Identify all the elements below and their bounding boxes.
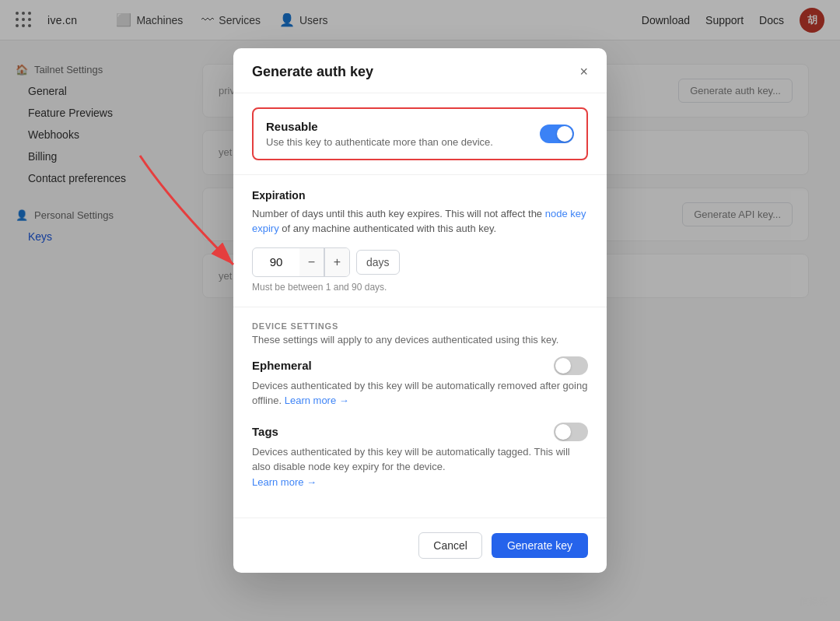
reusable-section: Reusable Use this key to authenticate mo…: [233, 93, 607, 175]
device-settings-desc: These settings will apply to any devices…: [252, 334, 588, 346]
generate-key-button[interactable]: Generate key: [492, 533, 588, 558]
modal-header: Generate auth key ×: [233, 48, 607, 93]
tags-toggle-knob: [555, 424, 571, 440]
modal-overlay[interactable]: Generate auth key × Reusable Use this ke…: [0, 0, 840, 621]
days-input-row: 90 − + days: [252, 247, 588, 277]
tags-setting: Tags Devices authenticated by this key w…: [252, 423, 588, 490]
expiration-desc-text: Number of days until this auth key expir…: [252, 208, 542, 219]
ephemeral-setting: Ephemeral Devices authenticated by this …: [252, 356, 588, 409]
reusable-toggle-knob: [557, 126, 572, 142]
expiration-title: Expiration: [252, 189, 588, 202]
tags-toggle-slider: [554, 423, 588, 441]
tags-desc-text: Devices authenticated by this key will b…: [252, 446, 570, 473]
days-value: 90: [253, 250, 299, 274]
expiration-section: Expiration Number of days until this aut…: [233, 175, 607, 307]
device-settings-title: DEVICE SETTINGS: [252, 321, 588, 331]
tags-label: Tags: [252, 425, 278, 438]
days-hint: Must be between 1 and 90 days.: [252, 282, 588, 293]
modal-title: Generate auth key: [252, 64, 373, 80]
ephemeral-toggle-slider: [554, 356, 588, 375]
reusable-left: Reusable Use this key to authenticate mo…: [266, 120, 493, 148]
reusable-description: Use this key to authenticate more than o…: [266, 136, 493, 148]
reusable-toggle[interactable]: [540, 125, 574, 143]
days-unit-label: days: [356, 250, 400, 275]
tags-description: Devices authenticated by this key will b…: [252, 444, 588, 490]
reusable-toggle-slider: [540, 125, 574, 143]
ephemeral-toggle[interactable]: [554, 356, 588, 375]
device-settings-section: DEVICE SETTINGS These settings will appl…: [233, 307, 607, 519]
expiration-desc-text3: of any machine authenticated with this a…: [282, 223, 496, 234]
watermark: 值得买: [800, 595, 828, 609]
modal-footer: Cancel Generate key: [233, 518, 607, 573]
days-plus-button[interactable]: +: [324, 248, 349, 276]
days-minus-button[interactable]: −: [299, 248, 324, 276]
tags-learn-more-link[interactable]: Learn more →: [252, 476, 317, 488]
cancel-button[interactable]: Cancel: [418, 532, 482, 559]
reusable-row: Reusable Use this key to authenticate mo…: [252, 107, 588, 160]
ephemeral-label: Ephemeral: [252, 359, 312, 372]
days-field: 90 − +: [252, 247, 350, 277]
tags-row-header: Tags: [252, 423, 588, 441]
modal-close-button[interactable]: ×: [579, 65, 588, 79]
ephemeral-learn-more-link[interactable]: Learn more →: [285, 395, 349, 406]
ephemeral-description: Devices authenticated by this key will b…: [252, 378, 588, 409]
expiration-description: Number of days until this auth key expir…: [252, 206, 588, 237]
ephemeral-row-header: Ephemeral: [252, 356, 588, 375]
tags-toggle[interactable]: [554, 423, 588, 441]
reusable-label: Reusable: [266, 120, 493, 133]
ephemeral-toggle-knob: [555, 358, 571, 374]
generate-auth-key-modal: Generate auth key × Reusable Use this ke…: [233, 48, 607, 574]
